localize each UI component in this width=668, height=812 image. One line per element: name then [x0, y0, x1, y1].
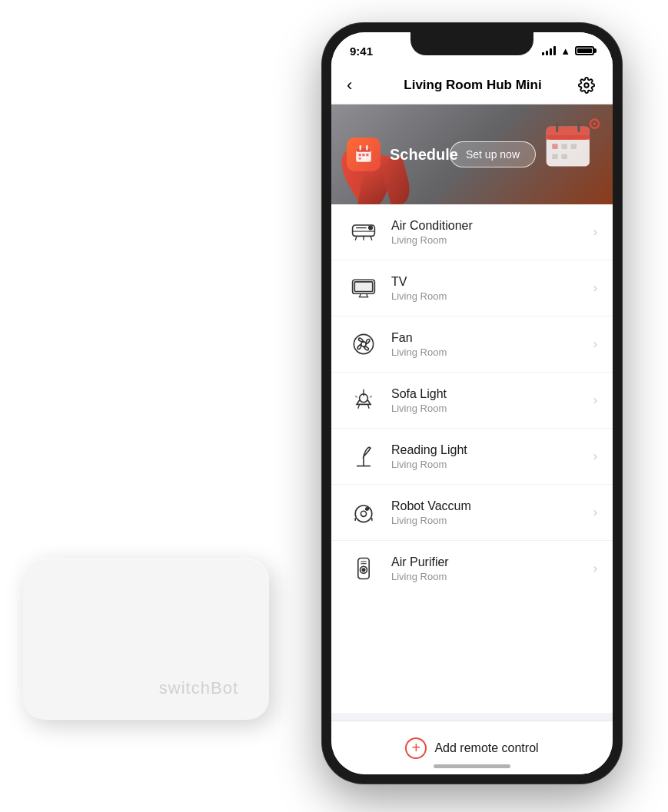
- robot-vaccum-chevron: ›: [593, 505, 597, 519]
- phone-notch: [410, 32, 533, 55]
- svg-point-33: [354, 334, 373, 353]
- device-item-fan[interactable]: Fan Living Room ›: [331, 317, 613, 373]
- air-purifier-icon: [347, 552, 381, 585]
- device-list: Air Conditioner Living Room ›: [331, 204, 613, 713]
- add-remote-label: Add remote control: [434, 741, 538, 755]
- svg-rect-2: [356, 147, 371, 151]
- svg-point-34: [361, 342, 366, 346]
- device-item-ac[interactable]: Air Conditioner Living Room ›: [331, 204, 613, 260]
- svg-point-50: [362, 568, 365, 572]
- svg-point-43: [355, 505, 372, 522]
- svg-rect-6: [362, 154, 364, 156]
- svg-rect-18: [561, 154, 567, 159]
- battery-icon: [575, 46, 594, 55]
- svg-rect-16: [571, 144, 577, 149]
- svg-point-0: [584, 83, 589, 88]
- svg-line-36: [358, 404, 360, 408]
- air-purifier-room: Living Room: [391, 571, 593, 582]
- svg-rect-17: [552, 154, 558, 159]
- tv-icon: [347, 271, 381, 305]
- fan-chevron: ›: [593, 337, 597, 351]
- add-remote-icon: +: [405, 737, 427, 759]
- svg-rect-11: [547, 135, 590, 140]
- svg-point-26: [369, 226, 373, 230]
- fan-room: Living Room: [391, 346, 593, 358]
- reading-light-name: Reading Light: [391, 443, 593, 457]
- sofa-light-icon: [347, 383, 381, 417]
- svg-rect-8: [359, 157, 361, 159]
- svg-line-39: [370, 396, 372, 398]
- fan-name: Fan: [391, 331, 593, 345]
- brand-label: switchBot: [159, 678, 238, 698]
- tv-name: TV: [391, 275, 593, 289]
- home-indicator: [434, 764, 510, 768]
- svg-point-44: [361, 511, 366, 516]
- tv-room: Living Room: [391, 290, 593, 302]
- nav-bar: ‹ Living Room Hub Mini: [331, 66, 613, 104]
- svg-rect-5: [359, 154, 361, 156]
- device-item-sofa-light[interactable]: Sofa Light Living Room ›: [331, 373, 613, 429]
- reading-light-room: Living Room: [391, 459, 593, 470]
- calendar-decoration: [543, 118, 600, 179]
- svg-rect-29: [354, 282, 372, 292]
- ac-chevron: ›: [593, 225, 597, 239]
- phone-screen: 9:41 ▲ ‹ Living Room Hub Mini: [331, 32, 613, 774]
- hardware-device: switchBot: [23, 558, 269, 720]
- ac-name: Air Conditioner: [391, 219, 593, 233]
- device-item-air-purifier[interactable]: Air Purifier Living Room ›: [331, 541, 613, 596]
- sofa-light-chevron: ›: [593, 393, 597, 407]
- air-purifier-chevron: ›: [593, 562, 597, 575]
- svg-rect-15: [561, 144, 567, 149]
- signal-icon: [542, 46, 556, 55]
- reading-light-icon: [347, 439, 381, 473]
- schedule-card: Schedule Set up now: [331, 104, 613, 204]
- reading-light-chevron: ›: [593, 449, 597, 463]
- status-time: 9:41: [350, 41, 373, 58]
- schedule-icon: [347, 138, 381, 171]
- sofa-light-room: Living Room: [391, 403, 593, 414]
- sofa-light-name: Sofa Light: [391, 387, 593, 401]
- device-item-robot-vaccum[interactable]: Robot Vaccum Living Room ›: [331, 485, 613, 541]
- setup-now-button[interactable]: Set up now: [450, 141, 536, 167]
- device-item-tv[interactable]: TV Living Room ›: [331, 260, 613, 317]
- status-icons: ▲: [542, 42, 594, 57]
- settings-button[interactable]: [576, 75, 597, 96]
- wifi-icon: ▲: [560, 45, 570, 57]
- fan-icon: [347, 327, 381, 361]
- svg-point-45: [366, 508, 369, 511]
- air-purifier-name: Air Purifier: [391, 555, 593, 569]
- svg-rect-14: [552, 144, 558, 149]
- svg-point-20: [593, 122, 597, 125]
- svg-line-37: [367, 404, 369, 408]
- robot-vaccum-icon: [347, 495, 381, 529]
- robot-vaccum-name: Robot Vaccum: [391, 499, 593, 513]
- page-title: Living Room Hub Mini: [404, 78, 541, 93]
- svg-line-38: [355, 396, 357, 398]
- robot-vaccum-room: Living Room: [391, 515, 593, 526]
- tv-chevron: ›: [593, 281, 597, 295]
- ac-room: Living Room: [391, 234, 593, 246]
- ac-icon: [347, 215, 381, 249]
- phone-frame: 9:41 ▲ ‹ Living Room Hub Mini: [322, 23, 622, 784]
- svg-rect-7: [366, 154, 368, 156]
- device-item-reading-light[interactable]: Reading Light Living Room ›: [331, 429, 613, 485]
- back-button[interactable]: ‹: [347, 75, 370, 95]
- schedule-label: Schedule: [390, 146, 458, 164]
